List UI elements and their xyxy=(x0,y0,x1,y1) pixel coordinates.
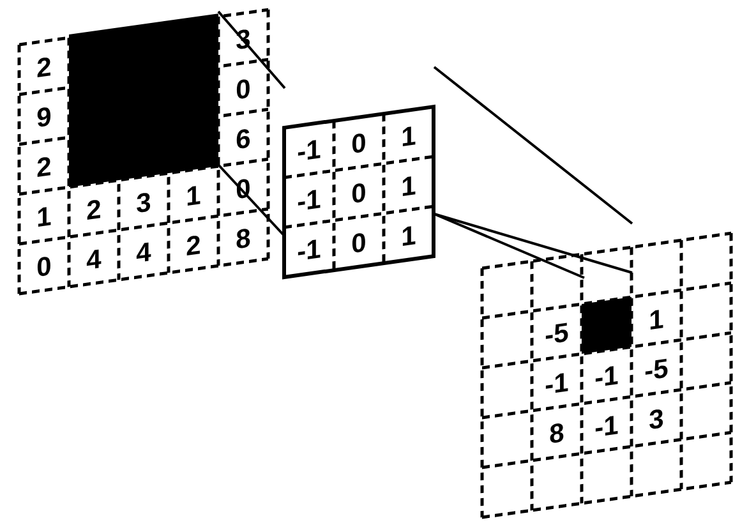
kernel-cell: -1 xyxy=(297,183,321,217)
input-cell: 1 xyxy=(186,179,200,211)
input-cell: 2 xyxy=(86,194,101,225)
input-cell: 2 xyxy=(36,51,51,83)
kernel-cell: 1 xyxy=(401,220,416,252)
svg-line-34 xyxy=(434,67,632,224)
input-cell: 4 xyxy=(136,236,151,268)
kernel-cell: 0 xyxy=(351,227,366,259)
output-cell: 8 xyxy=(549,417,564,449)
kernel-cell: -1 xyxy=(297,233,321,266)
input-cell: 6 xyxy=(236,123,250,155)
output-grid: -5 1 -1 -1 -5 8 -1 3 xyxy=(482,233,731,517)
input-cell: 0 xyxy=(236,172,250,204)
kernel-grid: -1 0 1 -1 0 1 -1 0 1 xyxy=(284,107,434,277)
input-highlight xyxy=(69,13,218,187)
input-cell: 0 xyxy=(36,250,51,282)
output-highlight xyxy=(582,297,631,354)
output-cell: 1 xyxy=(649,303,663,335)
output-cell: -5 xyxy=(644,353,668,386)
kernel-cell: 1 xyxy=(401,170,416,202)
output-cell: 3 xyxy=(649,403,663,435)
output-cell: -1 xyxy=(594,360,618,393)
output-cell: -1 xyxy=(545,367,568,400)
input-cell: 8 xyxy=(236,222,250,254)
input-cell: 4 xyxy=(86,243,102,275)
kernel-cell: 0 xyxy=(351,127,366,159)
convolution-diagram: 2 3 9 0 2 6 1 2 3 1 0 0 4 4 2 8 -1 0 1 -… xyxy=(0,0,756,532)
kernel-cell: 1 xyxy=(401,120,416,152)
input-grid: 2 3 9 0 2 6 1 2 3 1 0 0 4 4 2 8 xyxy=(19,6,268,294)
input-cell: 2 xyxy=(36,151,51,183)
kernel-cell: 0 xyxy=(351,177,366,209)
input-cell: 0 xyxy=(236,73,250,105)
input-cell: 2 xyxy=(186,229,200,261)
input-cell: 1 xyxy=(36,201,51,232)
output-cell: -1 xyxy=(594,409,618,443)
input-cell: 9 xyxy=(36,101,51,133)
input-cell: 3 xyxy=(136,186,151,218)
output-cell: -5 xyxy=(545,317,568,350)
kernel-cell: -1 xyxy=(297,133,321,167)
